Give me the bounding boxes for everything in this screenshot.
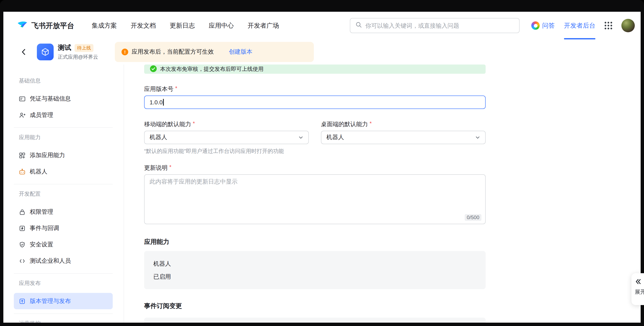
- sidebar-item-security[interactable]: 安全设置: [14, 236, 113, 253]
- back-button[interactable]: [20, 48, 28, 56]
- app-window: 飞书开放平台 集成方案 开发文档 更新日志 应用中心 开发者广场: [3, 12, 641, 323]
- notice-text: 应用发布后，当前配置方可生效: [132, 48, 214, 56]
- sidebar-section-capabilities: 应用能力 添加应用能力 机器人: [14, 128, 113, 180]
- console-label: 开发者后台: [564, 22, 596, 30]
- sidebar-section-release: 应用发布 版本管理与发布: [14, 273, 113, 309]
- tab-developer-console[interactable]: 开发者后台: [564, 12, 596, 40]
- qa-ring-icon: [531, 21, 540, 30]
- top-header: 飞书开放平台 集成方案 开发文档 更新日志 应用中心 开发者广场: [3, 12, 641, 40]
- success-banner: 本次发布免审核，提交发布后即可上线使用: [144, 64, 486, 74]
- app-name: 测试: [58, 43, 71, 52]
- publish-notice: ! 应用发布后，当前配置方可生效 创建版本: [115, 42, 314, 62]
- robot-icon: [19, 168, 26, 175]
- desktop-capability-select[interactable]: 机器人: [321, 131, 486, 144]
- avatar[interactable]: [621, 19, 635, 32]
- qa-link[interactable]: 问答: [531, 21, 555, 30]
- sidebar-section-basic: 基础信息 凭证与基础信息 成员管理: [14, 76, 113, 123]
- code-brackets-icon: [19, 258, 26, 264]
- section-title-basic: 基础信息: [14, 76, 113, 86]
- grid-plus-icon: [19, 152, 26, 158]
- sidebar-item-label: 凭证与基础信息: [30, 95, 71, 102]
- sidebar-item-add-capability[interactable]: 添加应用能力: [14, 147, 113, 164]
- apps-grid-icon[interactable]: [604, 22, 612, 29]
- capability-summary-box: 机器人 已启用: [144, 251, 486, 289]
- mobile-capability-value: 机器人: [150, 134, 167, 141]
- nav-item-docs[interactable]: 开发文档: [131, 22, 156, 30]
- nav-item-changelog[interactable]: 更新日志: [170, 22, 195, 30]
- section-title-release: 应用发布: [14, 278, 113, 289]
- main-nav: 集成方案 开发文档 更新日志 应用中心 开发者广场: [92, 22, 279, 30]
- section-title-dev-config: 开发配置: [14, 188, 113, 200]
- mobile-capability-field: 移动端的默认能力 机器人: [144, 109, 309, 144]
- app-info-bar: 测试 待上线 正式应用@环界云 ! 应用发布后，当前配置方可生效 创建版本: [3, 40, 641, 64]
- sidebar-item-credentials[interactable]: 凭证与基础信息: [14, 90, 113, 107]
- sidebar-item-label: 添加应用能力: [30, 152, 65, 159]
- text-caret: [163, 99, 164, 106]
- sidebar-item-events[interactable]: 事件与回调: [14, 220, 113, 236]
- sidebar-section-operations: 运营监控: [14, 314, 113, 323]
- app-icon: [37, 44, 54, 60]
- char-counter: 0/500: [465, 214, 482, 221]
- nav-item-app-center[interactable]: 应用中心: [209, 22, 234, 30]
- app-meta: 测试 待上线 正式应用@环界云: [58, 43, 98, 60]
- id-card-icon: [19, 95, 26, 102]
- double-chevron-left-icon: [635, 278, 642, 285]
- sidebar-item-version-release[interactable]: 版本管理与发布: [14, 293, 113, 309]
- sidebar-item-label: 事件与回调: [30, 224, 59, 232]
- sidebar-item-label: 安全设置: [30, 241, 53, 248]
- section-title-capabilities: 应用能力: [14, 132, 113, 143]
- sidebar-item-members[interactable]: 成员管理: [14, 107, 113, 123]
- platform-title: 飞书开放平台: [32, 21, 74, 30]
- mobile-capability-label: 移动端的默认能力: [144, 120, 309, 128]
- desktop-capability-label: 桌面端的默认能力: [321, 120, 486, 128]
- search-icon: [355, 21, 362, 30]
- version-label: 应用版本号: [144, 85, 641, 93]
- qa-label: 问答: [542, 22, 555, 30]
- browser-window: 飞书开放平台 集成方案 开发文档 更新日志 应用中心 开发者广场: [0, 0, 644, 326]
- sidebar-item-bot[interactable]: 机器人: [14, 164, 113, 180]
- version-value: 1.0.0: [150, 99, 162, 106]
- warning-icon: !: [122, 48, 128, 55]
- main-content: 本次发布免审核，提交发布后即可上线使用 应用版本号 1.0.0 移动端的默认能力…: [124, 64, 641, 323]
- update-notes-field: 0/500: [144, 174, 486, 224]
- create-version-link[interactable]: 创建版本: [229, 48, 252, 56]
- sidebar-item-permissions[interactable]: 权限管理: [14, 204, 113, 220]
- nav-item-dev-plaza[interactable]: 开发者广场: [248, 22, 279, 30]
- sidebar-item-label: 权限管理: [30, 208, 53, 216]
- publish-box-icon: [19, 298, 26, 304]
- version-input[interactable]: 1.0.0: [144, 96, 486, 109]
- expand-panel-toggle[interactable]: 展开: [632, 273, 644, 305]
- event-callback-icon: [19, 225, 26, 232]
- sidebar-item-label: 测试企业和人员: [30, 257, 71, 264]
- sidebar-item-test-company[interactable]: 测试企业和人员: [14, 253, 113, 269]
- feishu-logo-icon: [17, 19, 28, 32]
- status-badge: 待上线: [74, 44, 94, 52]
- capability-item-status: 已启用: [153, 272, 476, 281]
- expand-label: 展开: [635, 288, 644, 296]
- sidebar-section-dev-config: 开发配置 权限管理 事件与回调: [14, 184, 113, 269]
- lock-icon: [19, 208, 26, 215]
- app-subtitle: 正式应用@环界云: [58, 54, 98, 60]
- sidebar-item-label: 机器人: [30, 168, 47, 175]
- header-right: 问答 开发者后台: [531, 12, 635, 40]
- capability-item-name: 机器人: [153, 260, 476, 268]
- mobile-capability-select[interactable]: 机器人: [144, 131, 309, 144]
- search-input[interactable]: [365, 22, 514, 29]
- update-notes-textarea[interactable]: [144, 174, 486, 224]
- feishu-logo[interactable]: 飞书开放平台: [17, 19, 74, 32]
- check-circle-icon: [150, 65, 157, 73]
- capability-hint: “默认的应用功能”即用户通过工作台访问应用时打开的功能: [144, 148, 641, 155]
- event-section-title: 事件订阅变更: [144, 302, 641, 310]
- user-icon: [19, 112, 26, 118]
- content-row: 基础信息 凭证与基础信息 成员管理 应用能: [3, 64, 641, 323]
- global-search[interactable]: [350, 18, 520, 33]
- update-notes-label: 更新说明: [144, 164, 641, 172]
- shield-check-icon: [19, 241, 26, 248]
- sidebar-item-label: 版本管理与发布: [30, 297, 71, 305]
- sidebar: 基础信息 凭证与基础信息 成员管理 应用能: [3, 64, 124, 323]
- capability-section-title: 应用能力: [144, 238, 641, 246]
- banner-text: 本次发布免审核，提交发布后即可上线使用: [160, 65, 264, 73]
- event-summary-box: [144, 318, 486, 323]
- nav-item-integration[interactable]: 集成方案: [92, 22, 117, 30]
- desktop-capability-field: 桌面端的默认能力 机器人: [321, 109, 486, 144]
